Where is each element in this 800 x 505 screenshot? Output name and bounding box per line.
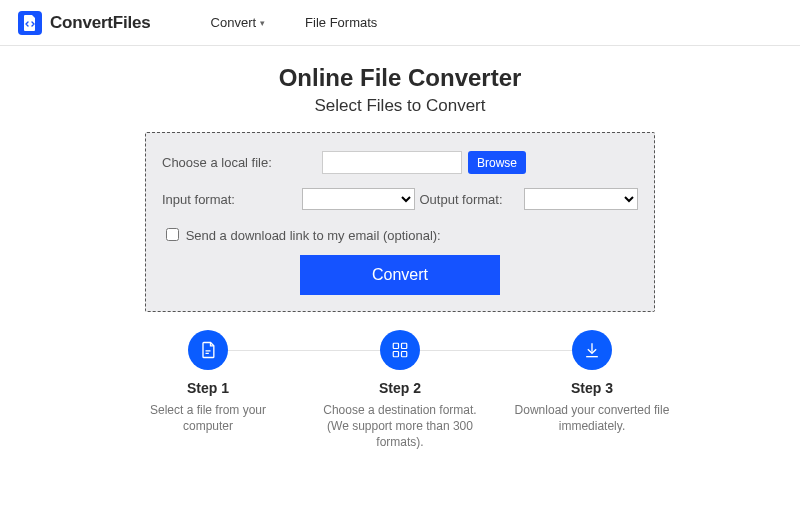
step-2: Step 2 Choose a destination format. (We … xyxy=(312,330,488,451)
row-formats: Input format: Output format: xyxy=(162,188,638,210)
brand-name: ConvertFiles xyxy=(50,13,151,33)
step-2-title: Step 2 xyxy=(312,380,488,396)
convert-button[interactable]: Convert xyxy=(300,255,500,295)
step-1-desc: Select a file from your computer xyxy=(120,402,296,434)
output-format-label: Output format: xyxy=(419,192,515,207)
svg-rect-1 xyxy=(402,343,407,348)
browse-button[interactable]: Browse xyxy=(468,151,526,174)
download-icon xyxy=(572,330,612,370)
converter-panel: Choose a local file: Browse Input format… xyxy=(145,132,655,312)
step-3-desc: Download your converted file immediately… xyxy=(504,402,680,434)
nav-convert[interactable]: Convert ▾ xyxy=(211,15,266,30)
svg-rect-2 xyxy=(393,352,398,357)
step-3-title: Step 3 xyxy=(504,380,680,396)
email-opt-checkbox[interactable] xyxy=(166,228,179,241)
chevron-down-icon: ▾ xyxy=(260,18,265,28)
file-input[interactable] xyxy=(322,151,462,174)
nav-formats-label: File Formats xyxy=(305,15,377,30)
page-title: Online File Converter xyxy=(0,64,800,92)
row-choose-file: Choose a local file: Browse xyxy=(162,151,638,174)
nav-convert-label: Convert xyxy=(211,15,257,30)
nav: Convert ▾ File Formats xyxy=(211,15,378,30)
step-1-title: Step 1 xyxy=(120,380,296,396)
grid-icon xyxy=(380,330,420,370)
page-subtitle: Select Files to Convert xyxy=(0,96,800,116)
input-format-label: Input format: xyxy=(162,192,302,207)
choose-file-label: Choose a local file: xyxy=(162,155,322,170)
step-2-desc: Choose a destination format. (We support… xyxy=(312,402,488,451)
logo-icon xyxy=(18,11,42,35)
output-format-select[interactable] xyxy=(524,188,638,210)
row-email-opt: Send a download link to my email (option… xyxy=(162,224,638,243)
brand[interactable]: ConvertFiles xyxy=(18,11,151,35)
input-format-select[interactable] xyxy=(302,188,416,210)
step-3: Step 3 Download your converted file imme… xyxy=(504,330,680,451)
steps: Step 1 Select a file from your computer … xyxy=(120,330,680,451)
topbar: ConvertFiles Convert ▾ File Formats xyxy=(0,0,800,46)
svg-rect-3 xyxy=(402,352,407,357)
svg-rect-0 xyxy=(393,343,398,348)
file-icon xyxy=(188,330,228,370)
nav-file-formats[interactable]: File Formats xyxy=(305,15,377,30)
step-1: Step 1 Select a file from your computer xyxy=(120,330,296,451)
email-opt-label: Send a download link to my email (option… xyxy=(186,228,441,243)
